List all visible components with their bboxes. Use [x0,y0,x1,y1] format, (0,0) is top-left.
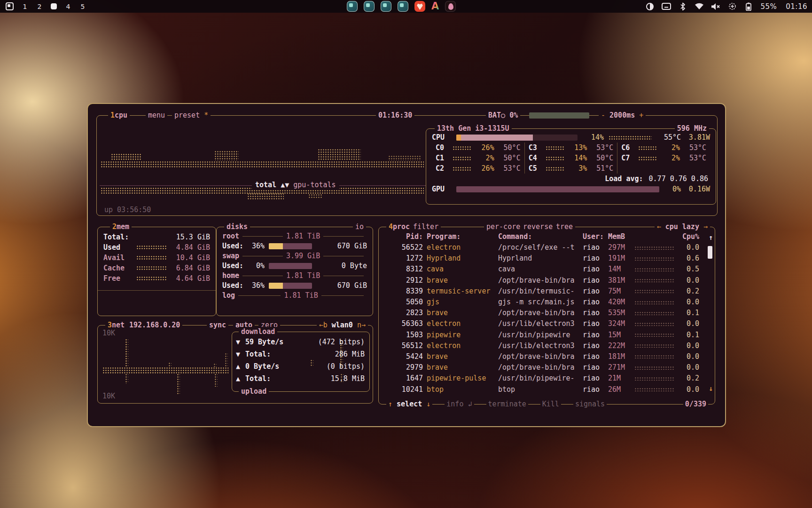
music-app-icon[interactable] [445,1,456,12]
workspace-active-indicator[interactable] [51,3,57,9]
proc-reverse-toggle[interactable]: reverse [521,222,555,232]
disks-box-title[interactable]: disks [224,222,250,232]
proc-command: /usr/bin/pipewire- [498,373,583,383]
proc-row-56522[interactable]: 56522electron/proc/self/exe --triao297M0… [383,242,712,253]
proc-user: riao [583,276,608,286]
col-user: User: [583,232,608,242]
proc-user: riao [583,286,608,296]
proc-row-1647[interactable]: 1647pipewire-pulse/usr/bin/pipewire-riao… [383,373,712,384]
window-manager-icon[interactable] [6,2,14,10]
core-temp: 51°C [587,164,613,174]
proc-row-56512[interactable]: 56512electron/usr/lib/electron3riao222M0… [383,341,712,351]
net-box: 3net 192.168.0.20 sync auto zero ←b wlan… [97,325,373,404]
interval-minus-button[interactable]: - [601,111,605,119]
proc-row-10241[interactable]: 10241btopbtopriao26M0.0 [383,384,712,395]
net-stat-value: 286 MiB [335,349,365,359]
disks-io-toggle[interactable]: io [353,222,366,232]
proc-row-5424[interactable]: 5424brave/opt/brave-bin/brariao181M0.0 [383,351,712,362]
volume-muted-icon[interactable] [711,2,720,11]
battery-meter-label: BAT○ 0% [486,111,520,120]
workspace-4[interactable]: 4 [65,3,71,10]
bluetooth-icon[interactable] [678,2,687,11]
workspace-5[interactable]: 5 [79,3,86,10]
disk-used-row: Used:36%670 GiB [222,241,367,251]
proc-cpu-graph [634,278,675,282]
workspace-2[interactable]: 2 [36,3,43,10]
disk-size: 1.81 TiB [284,291,318,301]
core-row-C2: C226%53°C [436,163,521,174]
disk-used-value: 670 GiB [316,241,367,251]
cpu-graph-mode-toggle[interactable]: total ▲▼ gpu-totals [252,180,339,190]
cpu-box: 1cpu menu preset * 01:16:30 BAT○ 0% - 20… [96,115,718,216]
net-stat-label: Total: [245,349,271,359]
proc-sort-switcher[interactable]: ← cpu lazy → [655,222,710,232]
proc-filter-button[interactable]: filter [411,222,441,232]
proc-pid: 56363 [383,319,427,329]
workspace-switcher: 1245 [6,2,86,10]
net-direction-arrow: ▲ [236,362,245,372]
proc-row-8312[interactable]: 8312cavacavariao14M0.5 [383,264,712,275]
preset-button[interactable]: preset * [172,111,211,120]
proc-per-core-toggle[interactable]: per-core [484,222,523,232]
proc-row-56363[interactable]: 56363electron/usr/lib/electron3riao324M0… [383,318,712,329]
proc-pid: 2823 [383,308,427,318]
proc-mem: 181M [608,352,634,362]
brave-browser-icon[interactable] [414,1,425,12]
proc-scrollbar-thumb[interactable] [708,246,712,259]
proc-command: /usr/bin/termusic- [498,286,583,296]
select-control[interactable]: ↑ select ↓ [386,399,432,409]
proc-row-8339[interactable]: 8339termusic-server/usr/bin/termusic-ria… [383,286,712,297]
cpu-model-label: 13th Gen i3-1315U [435,124,512,134]
signals-button[interactable]: signals [573,399,607,409]
proc-pid: 5050 [383,297,427,307]
proc-tree-toggle[interactable]: tree [554,222,575,232]
proc-cpu-graph [634,377,675,381]
terminal-app-icon-2[interactable] [364,1,375,12]
info-button[interactable]: info ↲ [445,399,474,409]
mem-value: 15.3 GiB [171,232,210,242]
keyboard-icon[interactable] [662,2,671,11]
proc-command: /usr/lib/electron3 [498,319,583,329]
terminal-app-icon-1[interactable] [347,1,358,12]
interval-plus-button[interactable]: + [639,111,643,119]
core-row-C0: C026%50°C [436,143,521,153]
proc-row-1503[interactable]: 1503pipewire/usr/bin/pipewireriao15M0.1 [383,330,712,341]
proc-cpu-graph [634,322,675,326]
gpu-watts: 0.16W [681,184,710,194]
proc-pid: 8312 [383,264,427,274]
proc-row-1272[interactable]: 1272HyprlandHyprlandriao191M0.6 [383,253,712,264]
proc-row-2823[interactable]: 2823brave/opt/brave-bin/brariao535M0.1 [383,308,712,318]
wifi-icon[interactable] [695,2,704,11]
screenshot-region-icon[interactable] [727,2,737,11]
kill-button[interactable]: Kill [540,399,561,409]
scroll-down-indicator[interactable]: ↓ [709,384,713,394]
proc-cpu-graph [634,289,675,293]
workspace-1[interactable]: 1 [22,3,28,10]
terminate-button[interactable]: terminate [486,399,528,409]
net-scale-top: 10K [102,328,115,338]
proc-program: brave [427,352,498,362]
terminal-app-icon-4[interactable] [398,1,408,12]
terminal-app-icon-3[interactable] [381,1,391,12]
cpu-box-title[interactable]: 1cpu [108,111,130,120]
proc-mem: 15M [608,330,634,340]
core-temp: 53°C [494,164,521,174]
scroll-up-indicator[interactable]: ↑ [709,233,713,243]
proc-cpu-graph [634,311,675,315]
mem-box-title[interactable]: 2mem [110,222,132,232]
dark-mode-icon[interactable] [645,2,655,11]
menu-button[interactable]: menu [146,111,167,120]
proc-box-title[interactable]: 4proc [386,222,412,232]
a-app-icon[interactable]: A [431,1,439,12]
proc-mem: 420M [608,297,634,307]
mem-usage-meter [136,276,167,281]
core-name: C1 [436,153,450,163]
proc-row-2979[interactable]: 2979brave/opt/brave-bin/brariao271M0.0 [383,362,712,373]
mem-label: Total: [103,232,133,242]
net-sync-toggle[interactable]: sync [207,320,228,330]
proc-row-2912[interactable]: 2912brave/opt/brave-bin/brariao381M0.0 [383,275,712,286]
proc-row-5050[interactable]: 5050gjsgjs -m src/main.jsriao420M0.0 [383,297,712,308]
net-interface-switcher[interactable]: ←b wlan0 n→ [317,320,368,330]
mem-usage-meter [136,245,167,250]
gpu-pct: 0% [664,184,681,194]
